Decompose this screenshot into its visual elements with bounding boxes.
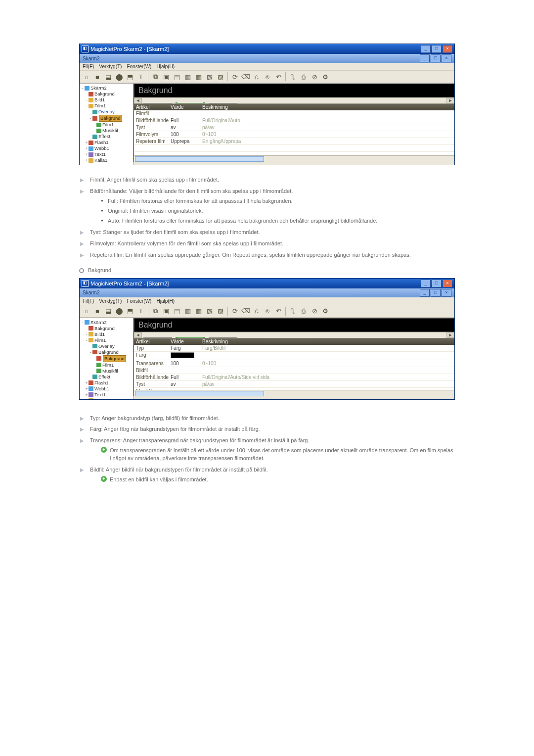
toolbar-button-4[interactable]: ⬒ [125, 72, 135, 82]
menu-window[interactable]: Fonster(W) [127, 298, 151, 304]
toolbar-button-18[interactable]: ⇅ [288, 72, 298, 82]
props-scrollbar[interactable] [134, 155, 454, 162]
tree-item[interactable]: Effekt [81, 374, 132, 380]
maximize-button[interactable]: □ [432, 45, 442, 53]
prop-value[interactable]: Färg [171, 345, 202, 351]
scroll-left-button[interactable]: ◄ [134, 332, 142, 338]
tree-item[interactable]: -Bild1 [81, 331, 132, 337]
minimize-button[interactable]: _ [421, 45, 431, 53]
tree-item[interactable]: -Skärm2 [81, 85, 132, 91]
toolbar-button-11[interactable]: ▧ [205, 306, 215, 316]
tree-item[interactable]: Bakgrund [81, 355, 132, 362]
toolbar-button-9[interactable]: ▥ [183, 72, 193, 82]
prop-value[interactable]: av [171, 125, 202, 130]
menu-file[interactable]: Fil(F) [83, 64, 94, 69]
tree-item[interactable]: Effekt [81, 134, 132, 140]
tree-item[interactable]: +Flash1 [81, 380, 132, 386]
property-row[interactable]: Repetera filmUpprepaEn gång/Upprepa [134, 138, 454, 145]
tree-item[interactable]: Overlay [81, 109, 132, 115]
toolbar-button-10[interactable]: ▦ [194, 72, 204, 82]
toolbar-button-5[interactable]: T [136, 72, 146, 82]
toolbar-button-8[interactable]: ▤ [172, 72, 182, 82]
prop-value[interactable]: Full [171, 375, 202, 380]
scroll-right-button[interactable]: ► [446, 332, 454, 338]
prop-value[interactable]: av [171, 381, 202, 387]
toolbar-button-14[interactable]: ⌫ [241, 306, 251, 316]
property-row[interactable]: Färg [134, 352, 454, 360]
prop-value[interactable]: Upprepa [171, 139, 202, 144]
toolbar-button-13[interactable]: ⟳ [230, 72, 240, 82]
tree-item[interactable]: +Text1 [81, 392, 132, 398]
tree-item[interactable]: Musikfil [81, 368, 132, 374]
prop-value[interactable] [171, 352, 202, 359]
sub-min-button[interactable]: _ [420, 289, 430, 297]
tree-item[interactable]: -Bild1 [81, 97, 132, 103]
sub-min-button[interactable]: _ [420, 54, 430, 62]
menu-help[interactable]: Hjalp(H) [156, 298, 175, 304]
tree-item[interactable]: -Bakgrund [81, 349, 132, 355]
tree-item[interactable]: +Flash1 [81, 140, 132, 145]
property-row[interactable]: BildförhållandeFullFull/Original/Auto/Si… [134, 374, 454, 381]
toolbar-button-6[interactable]: ⧉ [150, 306, 160, 316]
window-titlebar[interactable]: ◧ MagicNetPro Skarm2 - [Skarm2] _ □ × [80, 279, 454, 288]
toolbar-button-7[interactable]: ▣ [161, 72, 171, 82]
toolbar-button-11[interactable]: ▧ [205, 72, 215, 82]
property-row[interactable]: TypFärgFärg/Bildfil [134, 345, 454, 352]
tree-panel[interactable]: -Skärm2Bakgrund-Bild1-Film1Overlay-Bakgr… [80, 318, 134, 399]
tree-item[interactable]: Musikfil [81, 128, 132, 134]
toolbar-button-14[interactable]: ⌫ [241, 72, 251, 82]
toolbar-button-10[interactable]: ▦ [194, 306, 204, 316]
tree-item[interactable]: Film1 [81, 362, 132, 368]
tree-item[interactable]: -Bakgrund [81, 115, 132, 122]
tree-item[interactable]: +Webb1 [81, 145, 132, 151]
toolbar-button-3[interactable]: ⬤ [114, 72, 124, 82]
tree-panel[interactable]: -Skärm2Bakgrund-Bild1-Film1Overlay-Bakgr… [80, 84, 134, 165]
tree-item[interactable]: -Film1 [81, 337, 132, 343]
scroll-left-button[interactable]: ◄ [134, 98, 142, 103]
prop-value[interactable]: 100 [171, 361, 202, 366]
toolbar-button-17[interactable]: ↶ [273, 306, 283, 316]
toolbar-button-1[interactable]: ■ [92, 306, 102, 316]
tree-item[interactable]: Film1 [81, 122, 132, 128]
props-scrollbar[interactable] [134, 390, 454, 396]
toolbar-button-2[interactable]: ⬓ [103, 306, 113, 316]
toolbar-button-13[interactable]: ⟳ [230, 306, 240, 316]
toolbar-button-19[interactable]: ⎙ [299, 306, 309, 316]
tree-item[interactable]: +Källa1 [81, 398, 132, 399]
toolbar-button-1[interactable]: ■ [92, 72, 102, 82]
toolbar-button-19[interactable]: ⎙ [299, 72, 309, 82]
toolbar-button-9[interactable]: ▥ [183, 306, 193, 316]
toolbar-button-0[interactable]: ⌂ [82, 72, 91, 82]
window-titlebar[interactable]: ◧ MagicNetPro Skarm2 - [Skarm2] _ □ × [80, 44, 454, 54]
scroll-right-button[interactable]: ► [446, 98, 454, 103]
toolbar-button-20[interactable]: ⊘ [310, 72, 319, 82]
tree-item[interactable]: Bakgrund [81, 91, 132, 97]
close-button[interactable]: × [443, 280, 452, 287]
sub-close-button[interactable]: × [442, 289, 451, 297]
tree-item[interactable]: -Film1 [81, 103, 132, 109]
property-row[interactable]: Tystavpå/av [134, 381, 454, 388]
toolbar-button-21[interactable]: ⚙ [320, 72, 330, 82]
toolbar-button-0[interactable]: ⌂ [82, 306, 91, 316]
toolbar-button-16[interactable]: ⎋ [263, 306, 272, 316]
menu-tools[interactable]: Verktyg(T) [99, 64, 122, 69]
prop-value[interactable]: Full [171, 118, 202, 123]
toolbar-button-17[interactable]: ↶ [273, 72, 283, 82]
toolbar-button-2[interactable]: ⬓ [103, 72, 113, 82]
tree-item[interactable]: Bakgrund [81, 326, 132, 331]
menu-window[interactable]: Fonster(W) [127, 64, 151, 69]
prop-value[interactable] [171, 368, 202, 373]
menu-file[interactable]: Fil(F) [83, 298, 94, 304]
property-row[interactable]: Transparens1000~100 [134, 360, 454, 367]
toolbar-button-7[interactable]: ▣ [161, 306, 171, 316]
tree-item[interactable]: +Text1 [81, 151, 132, 157]
toolbar-button-20[interactable]: ⊘ [310, 306, 319, 316]
property-row[interactable]: Filmvolym1000~100 [134, 131, 454, 138]
sub-max-button[interactable]: □ [431, 54, 441, 62]
prop-value[interactable]: 100 [171, 132, 202, 137]
toolbar-button-8[interactable]: ▤ [172, 306, 182, 316]
menu-tools[interactable]: Verktyg(T) [99, 298, 122, 304]
prop-value[interactable] [171, 111, 202, 116]
toolbar-button-5[interactable]: T [136, 306, 146, 316]
property-row[interactable]: Filmfil [134, 110, 454, 117]
